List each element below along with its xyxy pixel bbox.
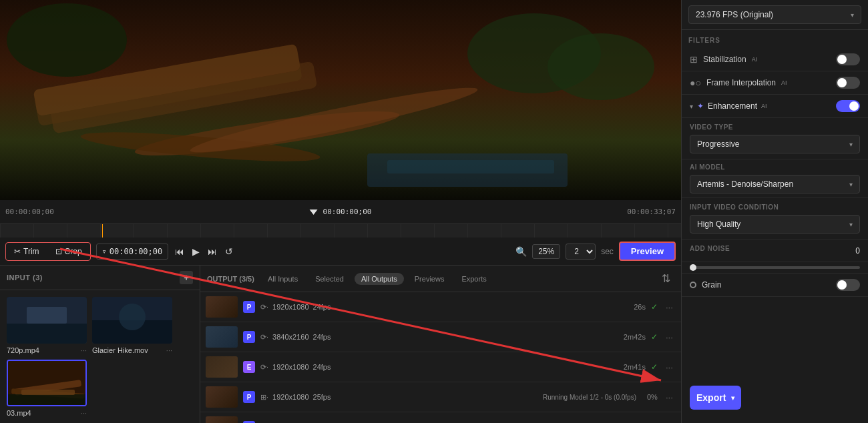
noise-value: 0 (847, 246, 860, 256)
fps-dropdown[interactable]: 23.976 FPS (Original) ▾ (688, 5, 861, 24)
output-info-4: ⊞· 1920x1080 25fps (260, 393, 537, 402)
timecode-start: 00:00:00;00 (5, 207, 54, 216)
check-icon-1: ✓ (651, 302, 658, 312)
output-header: OUTPUT (3/5) (207, 275, 254, 283)
input-panel-header: INPUT (3) + (0, 266, 200, 290)
fps-chevron-icon: ▾ (851, 11, 854, 19)
video-type-label: VIDEO TYPE (690, 123, 860, 131)
output-row-3[interactable]: E ⟳· 1920x1080 24fps 2m41s ✓ ··· (200, 352, 681, 382)
more-btn-5[interactable]: ··· (663, 421, 676, 424)
interpolation-toggle[interactable] (836, 77, 860, 89)
badge-p-4: P (243, 391, 255, 403)
output-info-1: ⟳· 1920x1080 24fps (260, 303, 628, 312)
step-back-button[interactable]: ⏮ (174, 245, 186, 258)
tab-selected[interactable]: Selected (308, 273, 351, 285)
video-type-dropdown[interactable]: Progressive ▾ (690, 135, 860, 153)
loop-button[interactable]: ↺ (224, 245, 234, 258)
file-menu-720p[interactable]: ··· (81, 346, 87, 354)
input-condition-section: INPUT VIDEO CONDITION High Quality ▾ (682, 198, 868, 240)
grain-toggle[interactable] (836, 279, 860, 291)
noise-slider-thumb[interactable] (690, 264, 696, 271)
output-thumb-5 (206, 416, 238, 423)
noise-slider-track[interactable] (690, 266, 860, 269)
more-btn-4[interactable]: ··· (663, 391, 676, 404)
multiplier-select[interactable]: 2 4 (566, 244, 596, 260)
trim-button[interactable]: ✂ Trim (7, 244, 46, 259)
more-btn-1[interactable]: ··· (663, 301, 676, 314)
export-button[interactable]: Export ▾ (690, 386, 741, 410)
toolbar: ✂ Trim ⊡ Crop ▿ 00:00:00;00 ⏮ ▶ ⏭ ↺ (0, 238, 681, 266)
svg-rect-21 (8, 394, 87, 406)
output-tabs: OUTPUT (3/5) All Inputs Selected All Out… (200, 266, 681, 292)
fps-2: 24fps (313, 333, 331, 341)
enhancement-chevron-icon[interactable]: ▾ (690, 103, 693, 110)
output-thumb-3 (206, 356, 238, 378)
zoom-level-display: 25% (532, 244, 560, 259)
ai-model-dropdown[interactable]: Artemis - Denoise/Sharpen ▾ (690, 175, 860, 193)
file-menu-glacier[interactable]: ··· (166, 346, 172, 354)
output-thumb-2 (206, 326, 238, 348)
interpolation-ai-badge: AI (781, 79, 787, 86)
input-condition-chevron-icon: ▾ (849, 221, 853, 228)
stabilization-ai-badge: AI (752, 56, 758, 63)
crop-button[interactable]: ⊡ Crop (49, 244, 89, 259)
input-condition-label: INPUT VIDEO CONDITION (690, 203, 860, 211)
step-forward-button[interactable]: ⏭ (206, 245, 218, 258)
output-row-4[interactable]: P ⊞· 1920x1080 25fps Running Model 1/2 -… (200, 382, 681, 412)
file-item-glacier[interactable]: Glacier Hike.mov ··· (92, 297, 172, 354)
output-row-5[interactable]: P ⊞· 1920x1080 25fps 1/2 - 18s (0.9fps) … (200, 412, 681, 423)
tab-exports[interactable]: Exports (455, 273, 493, 285)
output-row-1[interactable]: P ⟳· 1920x1080 24fps 26s ✓ ··· (200, 292, 681, 322)
duration-1: 26s (634, 303, 646, 311)
file-name-03mp4: 03.mp4 ··· (7, 409, 87, 417)
file-thumb-03mp4 (7, 360, 87, 406)
tab-all-inputs[interactable]: All Inputs (261, 273, 304, 285)
fps-4: 25fps (313, 393, 331, 401)
tab-all-outputs[interactable]: All Outputs (355, 273, 404, 285)
ai-model-chevron-icon: ▾ (849, 181, 853, 188)
file-grid: 720p.mp4 ··· Glac (0, 290, 200, 423)
resolution-icons-3: ⟳· (260, 363, 268, 372)
timeline-scrubber[interactable] (0, 224, 681, 238)
output-info-2: ⟳· 3840x2160 24fps (260, 333, 618, 342)
preview-button[interactable]: Preview (619, 242, 676, 261)
file-item-720p[interactable]: 720p.mp4 ··· (7, 297, 87, 354)
stabilization-toggle[interactable] (836, 53, 860, 65)
sort-button[interactable]: ⇅ (658, 271, 674, 286)
svg-rect-14 (27, 307, 67, 324)
grain-row: Grain (682, 274, 868, 297)
more-btn-3[interactable]: ··· (663, 361, 676, 374)
file-item-03mp4[interactable]: 03.mp4 ··· (7, 360, 87, 417)
more-btn-2[interactable]: ··· (663, 331, 676, 344)
export-chevron-icon: ▾ (731, 394, 734, 402)
sparkle-icon: ✦ (697, 101, 704, 111)
svg-rect-8 (387, 160, 554, 173)
timer-icon: ▿ (102, 247, 107, 256)
badge-e-3: E (243, 361, 255, 373)
video-type-chevron-icon: ▾ (849, 141, 853, 148)
input-condition-dropdown[interactable]: High Quality ▾ (690, 215, 860, 234)
file-menu-03mp4[interactable]: ··· (81, 409, 87, 417)
file-thumb-720p (7, 297, 87, 344)
duration-3: 2m41s (624, 363, 646, 371)
svg-point-10 (548, 33, 654, 100)
tab-previews[interactable]: Previews (408, 273, 451, 285)
resolution-icons-1: ⟳· (260, 303, 268, 312)
output-row-2[interactable]: P ⟳· 3840x2160 24fps 2m42s ✓ ··· (200, 322, 681, 352)
enhancement-row: ▾ ✦ Enhancement AI (682, 95, 868, 118)
enhancement-toggle[interactable] (836, 100, 860, 112)
badge-p-2: P (243, 331, 255, 343)
output-info-3: ⟳· 1920x1080 24fps (260, 363, 618, 372)
resolution-3: 1920x1080 (272, 363, 308, 371)
fps-1: 24fps (313, 303, 331, 311)
enhancement-ai-badge: AI (761, 103, 767, 109)
resolution-2: 3840x2160 (272, 333, 308, 341)
resolution-icons-2: ⟳· (260, 333, 268, 342)
play-button[interactable]: ▶ (191, 245, 201, 258)
badge-p-1: P (243, 301, 255, 313)
enhancement-label: ▾ ✦ Enhancement AI (690, 101, 767, 111)
add-input-button[interactable]: + (180, 271, 193, 284)
resolution-1: 1920x1080 (272, 303, 308, 311)
check-icon-2: ✓ (651, 332, 658, 342)
output-thumb-1 (206, 296, 238, 318)
